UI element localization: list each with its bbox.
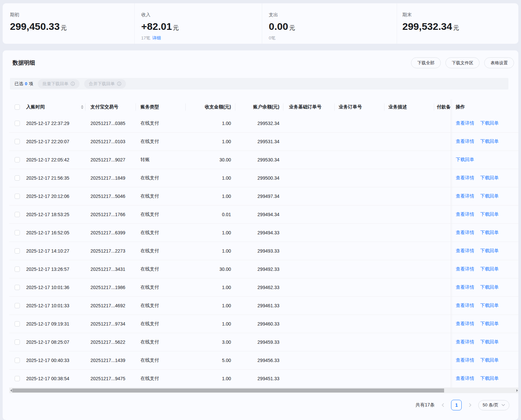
download-receipt-link[interactable]: 下载回单 <box>480 357 499 363</box>
selection-bar: 已选 0 项 批量下载回单 合并下载回单 <box>10 78 508 90</box>
next-page-button[interactable] <box>467 402 473 408</box>
view-detail-link[interactable]: 查看详情 <box>456 303 474 309</box>
expense-unit: 元 <box>289 25 295 31</box>
view-detail-link[interactable]: 查看详情 <box>456 248 474 254</box>
row-checkbox[interactable] <box>15 321 20 327</box>
row-checkbox[interactable] <box>15 303 20 308</box>
cell-transaction-id: 20251217...5046 <box>86 194 136 199</box>
download-files-button[interactable]: 下载文件区 <box>445 57 480 68</box>
sort-icon[interactable] <box>81 105 84 109</box>
view-detail-link[interactable]: 查看详情 <box>456 175 474 181</box>
download-receipt-link[interactable]: 下载回单 <box>480 230 499 236</box>
cell-balance: 299492.33 <box>235 267 283 272</box>
summary-ending: 期末 299,532.34元 <box>397 3 518 44</box>
cell-entry-time: 2025-12-17 14:10:27 <box>22 248 86 254</box>
download-receipt-link[interactable]: 下载回单 <box>480 139 499 145</box>
table-row: 2025-12-17 10:01:36 20251217...1986 在线支付… <box>9 278 518 297</box>
column-account-type: 账务类型 <box>136 99 186 114</box>
view-detail-link[interactable]: 查看详情 <box>456 139 474 145</box>
cell-account-type: 在线支付 <box>136 321 186 327</box>
row-checkbox[interactable] <box>15 285 20 290</box>
row-checkbox[interactable] <box>15 157 20 162</box>
row-checkbox[interactable] <box>15 339 20 345</box>
view-detail-link[interactable]: 查看详情 <box>456 284 474 290</box>
income-detail-link[interactable]: 详细 <box>152 35 161 40</box>
download-receipt-link[interactable]: 下载回单 <box>480 248 499 254</box>
expense-label: 支出 <box>269 12 397 18</box>
table-row: 2025-12-17 09:19:31 20251217...9734 在线支付… <box>9 315 518 333</box>
cell-account-type: 在线支付 <box>136 376 186 382</box>
cell-operations: 下载回单 <box>451 151 518 169</box>
download-receipt-link[interactable]: 下载回单 <box>480 266 499 272</box>
cell-account-type: 在线支付 <box>136 303 186 309</box>
view-detail-link[interactable]: 查看详情 <box>456 321 474 327</box>
row-checkbox[interactable] <box>15 376 20 381</box>
table-settings-button[interactable]: 表格设置 <box>484 57 514 68</box>
selected-suffix: 项 <box>29 81 33 87</box>
cell-account-type: 在线支付 <box>136 248 186 254</box>
ending-value: 299,532.34元 <box>402 21 518 32</box>
selected-count: 0 <box>25 81 27 86</box>
row-checkbox-cell <box>9 157 22 162</box>
download-receipt-link[interactable]: 下载回单 <box>456 157 474 163</box>
merge-download-button[interactable]: 合并下载回单 <box>84 79 126 89</box>
header-checkbox-cell <box>9 99 22 114</box>
row-checkbox-cell <box>9 285 22 290</box>
cell-entry-time: 2025-12-17 22:20:07 <box>22 139 86 144</box>
cell-entry-time: 2025-12-17 09:19:31 <box>22 321 86 327</box>
row-checkbox[interactable] <box>15 139 20 144</box>
view-detail-link[interactable]: 查看详情 <box>456 376 474 382</box>
row-checkbox[interactable] <box>15 267 20 272</box>
view-detail-link[interactable]: 查看详情 <box>456 230 474 236</box>
download-all-button[interactable]: 下载全部 <box>411 57 441 68</box>
view-detail-link[interactable]: 查看详情 <box>456 211 474 217</box>
table-row: 2025-12-17 08:25:07 20251217...5622 在线支付… <box>9 333 518 351</box>
table-row: 2025-12-17 16:52:05 20251217...6399 在线支付… <box>9 224 518 242</box>
cell-amount: 30.00 <box>186 267 235 272</box>
current-page-button[interactable]: 1 <box>451 400 462 410</box>
column-entry-time[interactable]: 入账时间 <box>22 99 86 114</box>
cell-balance: 299531.34 <box>235 139 283 144</box>
download-receipt-link[interactable]: 下载回单 <box>480 284 499 290</box>
table-row: 2025-12-17 21:56:35 20251217...1849 在线支付… <box>9 169 518 187</box>
row-checkbox[interactable] <box>15 248 20 254</box>
download-receipt-link[interactable]: 下载回单 <box>480 321 499 327</box>
view-detail-link[interactable]: 查看详情 <box>456 357 474 363</box>
view-detail-link[interactable]: 查看详情 <box>456 120 474 126</box>
row-checkbox-cell <box>9 212 22 217</box>
row-checkbox[interactable] <box>15 175 20 181</box>
cell-entry-time: 2025-12-17 18:53:25 <box>22 212 86 217</box>
cell-balance: 299460.33 <box>235 321 283 327</box>
horizontal-scrollbar[interactable] <box>9 388 518 393</box>
view-detail-link[interactable]: 查看详情 <box>456 266 474 272</box>
chevron-right-icon <box>469 403 472 407</box>
scrollbar-right-arrow-icon[interactable] <box>516 389 518 392</box>
download-receipt-link[interactable]: 下载回单 <box>480 339 499 345</box>
download-receipt-link[interactable]: 下载回单 <box>480 211 499 217</box>
scrollbar-thumb[interactable] <box>12 389 444 392</box>
download-receipt-link[interactable]: 下载回单 <box>480 175 499 181</box>
view-detail-link[interactable]: 查看详情 <box>456 193 474 199</box>
row-checkbox[interactable] <box>15 212 20 217</box>
header-buttons: 下载全部 下载文件区 表格设置 <box>411 57 514 68</box>
income-count: 17笔 <box>141 35 150 40</box>
prev-page-button[interactable] <box>439 402 446 408</box>
download-receipt-link[interactable]: 下载回单 <box>480 120 499 126</box>
row-checkbox[interactable] <box>15 230 20 235</box>
cell-transaction-id: 20251217...6399 <box>86 230 136 235</box>
scrollbar-left-arrow-icon[interactable] <box>10 389 12 392</box>
row-checkbox[interactable] <box>15 194 20 199</box>
table-row: 2025-12-17 18:53:25 20251217...1766 在线支付… <box>9 206 518 224</box>
cell-entry-time: 2025-12-17 22:37:29 <box>22 121 86 126</box>
cell-balance: 299494.34 <box>235 212 283 217</box>
download-receipt-link[interactable]: 下载回单 <box>480 193 499 199</box>
view-detail-link[interactable]: 查看详情 <box>456 339 474 345</box>
batch-download-button[interactable]: 批量下载回单 <box>38 79 80 89</box>
download-receipt-link[interactable]: 下载回单 <box>480 303 499 309</box>
row-checkbox[interactable] <box>15 358 20 363</box>
column-balance: 账户余额(元) <box>235 99 283 114</box>
download-receipt-link[interactable]: 下载回单 <box>480 376 499 382</box>
select-all-checkbox[interactable] <box>15 104 20 110</box>
row-checkbox[interactable] <box>15 121 20 126</box>
page-size-select[interactable]: 50 条/页 <box>478 400 509 410</box>
